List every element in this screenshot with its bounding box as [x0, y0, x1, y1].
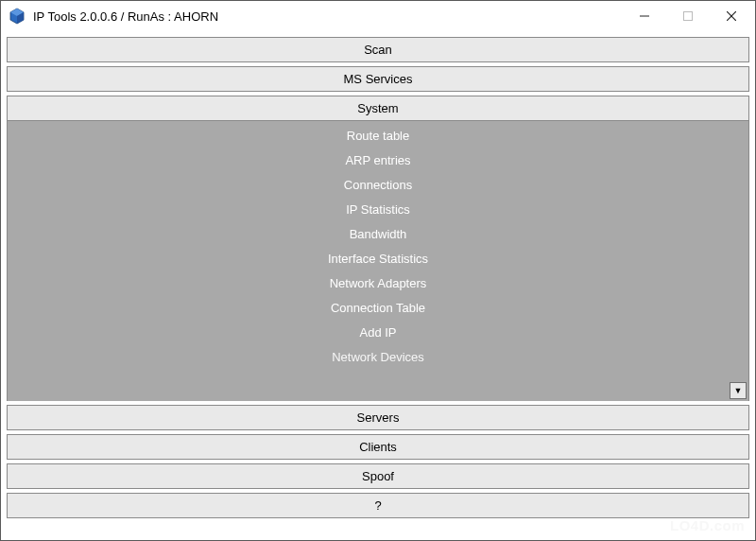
- system-item-connection-table[interactable]: Connection Table: [331, 301, 425, 315]
- app-icon: [9, 8, 26, 25]
- svg-rect-4: [684, 12, 693, 21]
- minimize-button[interactable]: [623, 2, 666, 30]
- section-spoof[interactable]: Spoof: [7, 463, 749, 489]
- close-button[interactable]: [710, 2, 753, 30]
- main-content: Scan MS Services System Route table ARP …: [1, 31, 755, 524]
- system-item-network-adapters[interactable]: Network Adapters: [330, 276, 427, 290]
- system-item-network-devices[interactable]: Network Devices: [332, 350, 424, 364]
- system-item-bandwidth[interactable]: Bandwidth: [350, 227, 407, 241]
- titlebar: IP Tools 2.0.0.6 / RunAs : AHORN: [1, 1, 755, 31]
- window-controls: [623, 2, 753, 30]
- system-item-ip-statistics[interactable]: IP Statistics: [346, 202, 410, 217]
- maximize-button[interactable]: [666, 2, 710, 30]
- section-clients[interactable]: Clients: [7, 434, 749, 460]
- system-item-add-ip[interactable]: Add IP: [359, 325, 396, 340]
- system-item-interface-statistics[interactable]: Interface Statistics: [328, 252, 428, 266]
- section-help[interactable]: ?: [7, 493, 749, 518]
- system-item-route-table[interactable]: Route table: [347, 129, 410, 143]
- system-item-arp-entries[interactable]: ARP entries: [345, 153, 410, 167]
- system-list: Route table ARP entries Connections IP S…: [8, 121, 748, 364]
- system-panel: Route table ARP entries Connections IP S…: [7, 121, 749, 401]
- window-title: IP Tools 2.0.0.6 / RunAs : AHORN: [33, 9, 623, 24]
- section-scan[interactable]: Scan: [7, 37, 749, 62]
- section-servers[interactable]: Servers: [7, 405, 749, 430]
- system-item-connections[interactable]: Connections: [344, 178, 412, 192]
- scroll-down-button[interactable]: ▼: [730, 382, 747, 399]
- section-system[interactable]: System: [7, 96, 749, 121]
- section-ms-services[interactable]: MS Services: [7, 66, 749, 92]
